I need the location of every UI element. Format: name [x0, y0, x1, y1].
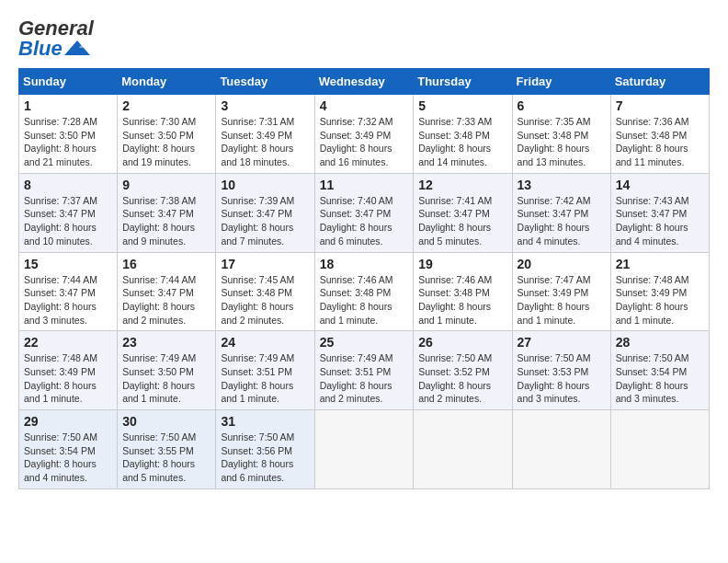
day-number: 2 [122, 98, 210, 113]
day-number: 23 [122, 335, 210, 350]
sunset: Sunset: 3:53 PM [518, 366, 589, 377]
day-info: Sunrise: 7:38 AM Sunset: 3:47 PM Dayligh… [122, 194, 210, 248]
daylight: Daylight: 8 hours and 3 minutes. [24, 301, 97, 326]
day-info: Sunrise: 7:48 AM Sunset: 3:49 PM Dayligh… [616, 273, 704, 327]
calendar-week-row: 15 Sunrise: 7:44 AM Sunset: 3:47 PM Dayl… [19, 252, 710, 331]
calendar-week-row: 22 Sunrise: 7:48 AM Sunset: 3:49 PM Dayl… [19, 331, 710, 410]
sunrise: Sunrise: 7:48 AM [24, 352, 97, 363]
day-info: Sunrise: 7:37 AM Sunset: 3:47 PM Dayligh… [24, 194, 112, 248]
daylight: Daylight: 8 hours and 16 minutes. [320, 143, 392, 167]
sunset: Sunset: 3:56 PM [221, 445, 292, 456]
day-of-week-header: Tuesday [216, 69, 314, 95]
day-number: 11 [320, 178, 409, 192]
sunrise: Sunrise: 7:50 AM [616, 352, 689, 363]
sunset: Sunset: 3:47 PM [24, 287, 96, 298]
day-number: 10 [221, 178, 309, 192]
day-info: Sunrise: 7:35 AM Sunset: 3:48 PM Dayligh… [518, 115, 606, 169]
sunrise: Sunrise: 7:50 AM [518, 352, 591, 363]
daylight: Daylight: 8 hours and 3 minutes. [616, 380, 688, 405]
sunrise: Sunrise: 7:39 AM [221, 195, 294, 206]
daylight: Daylight: 8 hours and 1 minute. [616, 301, 688, 326]
daylight: Daylight: 8 hours and 11 minutes. [616, 143, 688, 167]
calendar-cell: 11 Sunrise: 7:40 AM Sunset: 3:47 PM Dayl… [314, 173, 414, 252]
sunrise: Sunrise: 7:30 AM [122, 116, 196, 127]
day-info: Sunrise: 7:49 AM Sunset: 3:51 PM Dayligh… [221, 351, 309, 406]
day-number: 27 [518, 335, 606, 350]
day-info: Sunrise: 7:50 AM Sunset: 3:52 PM Dayligh… [418, 351, 506, 406]
calendar-week-row: 8 Sunrise: 7:37 AM Sunset: 3:47 PM Dayli… [19, 173, 710, 252]
day-info: Sunrise: 7:49 AM Sunset: 3:51 PM Dayligh… [320, 351, 409, 406]
day-number: 17 [221, 257, 309, 271]
daylight: Daylight: 8 hours and 4 minutes. [616, 222, 688, 247]
calendar-cell: 4 Sunrise: 7:32 AM Sunset: 3:49 PM Dayli… [314, 95, 414, 174]
day-number: 5 [418, 98, 506, 113]
day-info: Sunrise: 7:42 AM Sunset: 3:47 PM Dayligh… [518, 194, 606, 248]
calendar-cell: 7 Sunrise: 7:36 AM Sunset: 3:48 PM Dayli… [610, 95, 709, 174]
daylight: Daylight: 8 hours and 1 minute. [518, 301, 590, 326]
day-number: 25 [320, 335, 409, 350]
daylight: Daylight: 8 hours and 5 minutes. [122, 458, 195, 483]
sunset: Sunset: 3:50 PM [122, 366, 194, 377]
daylight: Daylight: 8 hours and 1 minute. [418, 301, 491, 326]
day-number: 9 [122, 178, 210, 192]
day-info: Sunrise: 7:47 AM Sunset: 3:49 PM Dayligh… [518, 273, 606, 327]
sunrise: Sunrise: 7:50 AM [122, 431, 196, 442]
day-info: Sunrise: 7:39 AM Sunset: 3:47 PM Dayligh… [221, 194, 309, 248]
sunrise: Sunrise: 7:31 AM [221, 116, 294, 127]
calendar-header-row: SundayMondayTuesdayWednesdayThursdayFrid… [19, 69, 710, 95]
daylight: Daylight: 8 hours and 2 minutes. [320, 380, 392, 405]
calendar-cell [314, 410, 414, 489]
sunrise: Sunrise: 7:36 AM [616, 116, 689, 127]
day-number: 6 [518, 98, 606, 113]
sunrise: Sunrise: 7:46 AM [320, 274, 393, 285]
day-of-week-header: Wednesday [314, 69, 414, 95]
daylight: Daylight: 8 hours and 1 minute. [24, 380, 97, 405]
day-number: 24 [221, 335, 309, 350]
calendar-cell: 29 Sunrise: 7:50 AM Sunset: 3:54 PM Dayl… [19, 410, 118, 489]
sunset: Sunset: 3:55 PM [122, 445, 194, 456]
calendar-cell [512, 410, 610, 489]
calendar-cell: 20 Sunrise: 7:47 AM Sunset: 3:49 PM Dayl… [512, 252, 610, 331]
day-info: Sunrise: 7:46 AM Sunset: 3:48 PM Dayligh… [320, 273, 409, 327]
daylight: Daylight: 8 hours and 21 minutes. [24, 143, 97, 167]
day-number: 20 [518, 257, 606, 271]
sunset: Sunset: 3:47 PM [122, 287, 194, 298]
sunset: Sunset: 3:50 PM [24, 130, 96, 141]
sunrise: Sunrise: 7:45 AM [221, 274, 294, 285]
day-number: 28 [616, 335, 704, 350]
calendar-cell: 12 Sunrise: 7:41 AM Sunset: 3:47 PM Dayl… [414, 173, 512, 252]
calendar-cell: 1 Sunrise: 7:28 AM Sunset: 3:50 PM Dayli… [19, 95, 118, 174]
sunset: Sunset: 3:51 PM [221, 366, 292, 377]
day-info: Sunrise: 7:49 AM Sunset: 3:50 PM Dayligh… [122, 351, 210, 406]
sunrise: Sunrise: 7:47 AM [518, 274, 591, 285]
day-info: Sunrise: 7:50 AM Sunset: 3:55 PM Dayligh… [122, 431, 210, 485]
sunset: Sunset: 3:47 PM [122, 208, 194, 219]
day-of-week-header: Saturday [610, 69, 709, 95]
day-info: Sunrise: 7:48 AM Sunset: 3:49 PM Dayligh… [24, 351, 112, 406]
day-number: 21 [616, 257, 704, 271]
daylight: Daylight: 8 hours and 3 minutes. [518, 380, 590, 405]
calendar-cell: 23 Sunrise: 7:49 AM Sunset: 3:50 PM Dayl… [118, 331, 216, 410]
day-number: 4 [320, 98, 409, 113]
sunset: Sunset: 3:47 PM [616, 208, 688, 219]
calendar-table: SundayMondayTuesdayWednesdayThursdayFrid… [18, 68, 710, 489]
sunrise: Sunrise: 7:38 AM [122, 195, 196, 206]
daylight: Daylight: 8 hours and 4 minutes. [518, 222, 590, 247]
sunset: Sunset: 3:47 PM [24, 208, 96, 219]
calendar-cell [414, 410, 512, 489]
daylight: Daylight: 8 hours and 2 minutes. [418, 380, 491, 405]
sunrise: Sunrise: 7:37 AM [24, 195, 97, 206]
sunrise: Sunrise: 7:44 AM [122, 274, 196, 285]
daylight: Daylight: 8 hours and 5 minutes. [418, 222, 491, 247]
daylight: Daylight: 8 hours and 9 minutes. [122, 222, 195, 247]
sunrise: Sunrise: 7:49 AM [221, 352, 294, 363]
calendar-cell: 3 Sunrise: 7:31 AM Sunset: 3:49 PM Dayli… [216, 95, 314, 174]
sunset: Sunset: 3:52 PM [418, 366, 490, 377]
sunrise: Sunrise: 7:28 AM [24, 116, 97, 127]
calendar-cell: 8 Sunrise: 7:37 AM Sunset: 3:47 PM Dayli… [19, 173, 118, 252]
day-info: Sunrise: 7:32 AM Sunset: 3:49 PM Dayligh… [320, 115, 409, 169]
day-info: Sunrise: 7:33 AM Sunset: 3:48 PM Dayligh… [418, 115, 506, 169]
day-info: Sunrise: 7:44 AM Sunset: 3:47 PM Dayligh… [24, 273, 112, 327]
day-info: Sunrise: 7:40 AM Sunset: 3:47 PM Dayligh… [320, 194, 409, 248]
sunrise: Sunrise: 7:46 AM [418, 274, 492, 285]
